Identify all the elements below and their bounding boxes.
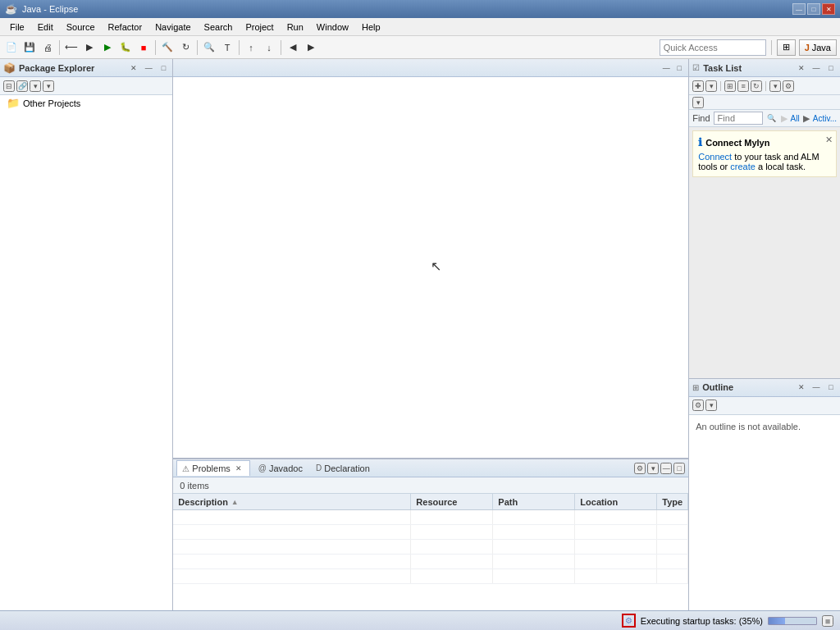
print-button[interactable]: 🖨 bbox=[39, 39, 56, 56]
next-edit-button[interactable]: ▶ bbox=[303, 39, 319, 56]
package-explorer-toolbar: ⊟ 🔗 ▾ ▾ bbox=[0, 77, 172, 95]
mylyn-close-button[interactable]: ✕ bbox=[825, 135, 833, 145]
menu-file[interactable]: File bbox=[3, 21, 31, 34]
open-type-button[interactable]: T bbox=[219, 39, 235, 56]
prev-annotation-button[interactable]: ↑ bbox=[243, 39, 259, 56]
connect-mylyn-panel: ℹ Connect Mylyn ✕ Connect to your task a… bbox=[692, 130, 837, 177]
minimize-editor-icon[interactable]: — bbox=[660, 62, 672, 74]
menu-project[interactable]: Project bbox=[239, 21, 280, 34]
menu-source[interactable]: Source bbox=[60, 21, 102, 34]
toolbar-separator-6 bbox=[771, 40, 772, 55]
javadoc-icon: @ bbox=[258, 463, 267, 472]
filter-all-tag[interactable]: All bbox=[791, 114, 800, 123]
collapse-all-button[interactable]: ⊟ bbox=[3, 80, 15, 92]
menu-search[interactable]: Search bbox=[198, 21, 240, 34]
task-list-toolbar: ✚ ▾ ⊞ ≡ ↻ ▾ ⚙ bbox=[689, 77, 840, 95]
quick-access-input[interactable] bbox=[660, 39, 766, 56]
stop-progress-button[interactable]: ■ bbox=[822, 615, 833, 627]
problems-view-menu-button[interactable]: ▾ bbox=[647, 463, 659, 474]
maximize-editor-icon[interactable]: □ bbox=[673, 62, 685, 74]
menu-navigate[interactable]: Navigate bbox=[148, 21, 197, 34]
find-search-icon[interactable]: 🔍 bbox=[766, 112, 778, 124]
close-problems-tab-icon[interactable]: ✕ bbox=[233, 463, 244, 474]
outline-view-menu-button[interactable]: ▾ bbox=[705, 399, 717, 411]
task-list-panel: ☑ Task List ✕ — □ ✚ ▾ ⊞ ≡ ↻ ▾ ⚙ ▾ Fi bbox=[689, 59, 840, 379]
maximize-outline-icon[interactable]: □ bbox=[825, 381, 837, 393]
package-explorer-header: 📦 Package Explorer ✕ — □ bbox=[0, 59, 172, 77]
table-row bbox=[173, 510, 688, 525]
forward-button[interactable]: ▶ bbox=[81, 39, 98, 56]
minimize-panel-icon[interactable]: — bbox=[143, 62, 154, 74]
tab-javadoc[interactable]: @ Javadoc bbox=[253, 462, 308, 475]
next-annotation-button[interactable]: ↓ bbox=[261, 39, 277, 56]
task-toolbar2: ▾ bbox=[689, 95, 840, 110]
close-outline-icon[interactable]: ✕ bbox=[796, 381, 807, 393]
maximize-button[interactable]: □ bbox=[807, 3, 820, 15]
close-button[interactable]: ✕ bbox=[822, 3, 835, 15]
maximize-task-list-icon[interactable]: □ bbox=[825, 62, 837, 74]
connect-link[interactable]: Connect bbox=[698, 152, 732, 162]
link-editor-button[interactable]: 🔗 bbox=[16, 80, 28, 92]
debug-button[interactable]: 🐛 bbox=[117, 39, 134, 56]
editor-body[interactable]: ↖ bbox=[173, 77, 688, 458]
minimize-bottom-button[interactable]: — bbox=[660, 463, 672, 474]
maximize-panel-icon[interactable]: □ bbox=[158, 62, 169, 74]
back-history-button[interactable]: ⟵ bbox=[63, 39, 80, 56]
minimize-task-list-icon[interactable]: — bbox=[810, 62, 822, 74]
bottom-tab-controls: ⚙ ▾ — □ bbox=[634, 463, 685, 474]
task-dropdown-button[interactable]: ▾ bbox=[705, 80, 717, 92]
task-categorize-button[interactable]: ≡ bbox=[737, 80, 749, 92]
stop-button[interactable]: ■ bbox=[135, 39, 152, 56]
progress-text: Executing startup tasks: (35%) bbox=[641, 616, 763, 626]
menu-edit[interactable]: Edit bbox=[31, 21, 60, 34]
toolbar-separator-2 bbox=[155, 40, 156, 55]
left-panel: 📦 Package Explorer ✕ — □ ⊟ 🔗 ▾ ▾ 📁 Other… bbox=[0, 59, 173, 610]
window-controls: — □ ✕ bbox=[792, 3, 835, 15]
view-menu-button[interactable]: ▾ bbox=[30, 80, 41, 92]
search-files-button[interactable]: 🔍 bbox=[201, 39, 217, 56]
toolbar: 📄 💾 🖨 ⟵ ▶ ▶ 🐛 ■ 🔨 ↻ 🔍 T ↑ ↓ ◀ ▶ ⊞ J Java bbox=[0, 36, 840, 59]
problems-settings-button[interactable]: ⚙ bbox=[634, 463, 646, 474]
menu-help[interactable]: Help bbox=[355, 21, 387, 34]
task-filter-button[interactable]: ⊞ bbox=[724, 80, 736, 92]
outline-header: ⊞ Outline ✕ — □ bbox=[689, 379, 840, 397]
task-settings-button[interactable]: ⚙ bbox=[783, 80, 794, 92]
task-sync-button[interactable]: ↻ bbox=[751, 80, 762, 92]
new-task-button[interactable]: ✚ bbox=[692, 80, 704, 92]
prev-edit-button[interactable]: ◀ bbox=[285, 39, 301, 56]
task-find-input[interactable] bbox=[714, 112, 763, 125]
toolbar-separator-3 bbox=[197, 40, 198, 55]
save-button[interactable]: 💾 bbox=[21, 39, 38, 56]
run-button[interactable]: ▶ bbox=[99, 39, 116, 56]
tab-declaration[interactable]: D Declaration bbox=[311, 462, 375, 475]
minimize-outline-icon[interactable]: — bbox=[810, 381, 822, 393]
menu-run[interactable]: Run bbox=[281, 21, 310, 34]
close-task-list-icon[interactable]: ✕ bbox=[796, 62, 807, 74]
outline-title: Outline bbox=[702, 382, 792, 392]
menu-window[interactable]: Window bbox=[310, 21, 355, 34]
outline-settings-button[interactable]: ⚙ bbox=[692, 399, 704, 411]
refresh-button[interactable]: ↻ bbox=[177, 39, 194, 56]
view-options-button[interactable]: ▾ bbox=[43, 80, 54, 92]
tab-problems[interactable]: ⚠ Problems ✕ bbox=[176, 460, 249, 476]
col-description: Description ▲ bbox=[173, 494, 411, 509]
open-perspective-button[interactable]: ⊞ bbox=[777, 39, 796, 56]
status-progress-wrapper: ⚙ Executing startup tasks: (35%) ■ bbox=[622, 614, 833, 628]
progress-icon-box: ⚙ bbox=[622, 614, 636, 628]
java-perspective-button[interactable]: J Java bbox=[799, 39, 837, 56]
task-view-menu-button[interactable]: ▾ bbox=[769, 80, 781, 92]
menu-refactor[interactable]: Refactor bbox=[102, 21, 149, 34]
maximize-bottom-button[interactable]: □ bbox=[673, 463, 685, 474]
other-projects-item[interactable]: 📁 Other Projects bbox=[0, 95, 172, 111]
task-find-bar: Find 🔍 ▶ All ▶ Activ... bbox=[689, 110, 840, 127]
create-link[interactable]: create bbox=[730, 162, 756, 171]
new-button[interactable]: 📄 bbox=[3, 39, 20, 56]
build-button[interactable]: 🔨 bbox=[159, 39, 176, 56]
task-expand-button[interactable]: ▾ bbox=[692, 97, 704, 108]
filter-active-tag[interactable]: Activ... bbox=[813, 114, 837, 123]
editor-header: — □ bbox=[173, 59, 688, 77]
minimize-button[interactable]: — bbox=[792, 3, 806, 15]
problems-table: Description ▲ Resource Path Location Typ… bbox=[173, 494, 688, 610]
package-explorer-close-icon[interactable]: ✕ bbox=[128, 62, 139, 74]
toolbar-separator-4 bbox=[239, 40, 240, 55]
